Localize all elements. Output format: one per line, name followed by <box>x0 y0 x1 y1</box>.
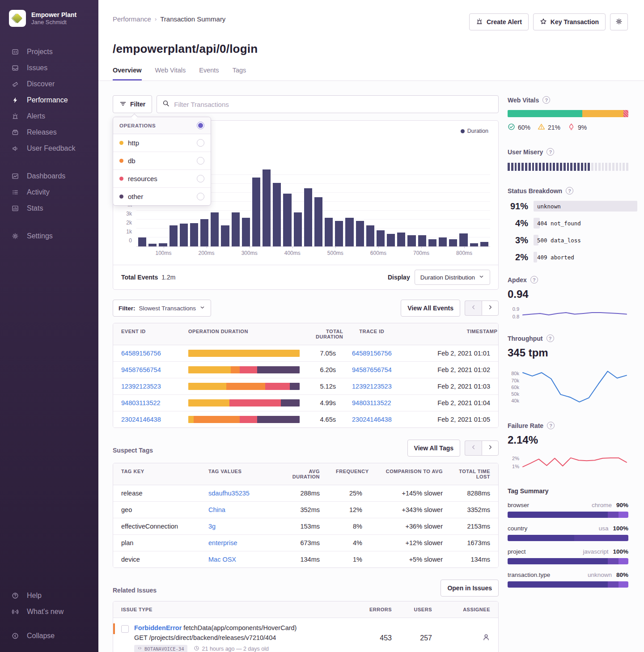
tag-summary-segment[interactable] <box>574 535 629 541</box>
tag-summary-segment[interactable] <box>619 581 628 588</box>
sidebar-item-performance[interactable]: Performance <box>0 92 98 108</box>
histogram-bar[interactable] <box>397 233 405 246</box>
operation-option-http[interactable]: http <box>113 134 211 152</box>
operation-radio[interactable] <box>197 157 204 165</box>
search-input[interactable] <box>174 101 493 108</box>
breadcrumb-performance[interactable]: Performance <box>113 15 151 23</box>
tag-value-link[interactable]: Mac OSX <box>208 556 236 563</box>
tag-summary-segment[interactable] <box>508 512 608 518</box>
event-id-link[interactable]: 94587656754 <box>121 366 161 373</box>
sidebar-item-collapse[interactable]: Collapse <box>0 628 98 644</box>
histogram-bar[interactable] <box>335 221 343 246</box>
histogram-bar[interactable] <box>439 237 447 246</box>
histogram-bar[interactable] <box>232 212 240 246</box>
histogram-bar[interactable] <box>366 225 374 246</box>
histogram-bar[interactable] <box>428 239 436 246</box>
histogram-bar[interactable] <box>356 221 364 246</box>
previous-page-button[interactable] <box>465 440 482 456</box>
tag-summary-segment[interactable] <box>508 535 574 541</box>
trace-id-link[interactable]: 64589156756 <box>352 350 392 357</box>
sidebar-item-what-s-new[interactable]: What's new <box>0 604 98 620</box>
assignee-user-icon[interactable] <box>482 633 490 643</box>
event-id-link[interactable]: 64589156756 <box>121 350 161 357</box>
histogram-bar[interactable] <box>449 239 457 246</box>
histogram-bar[interactable] <box>314 197 322 246</box>
histogram-bar[interactable] <box>190 223 198 246</box>
create-alert-button[interactable]: Create Alert <box>469 13 529 30</box>
tag-value-link[interactable]: 3g <box>208 523 216 530</box>
sidebar-item-help[interactable]: Help <box>0 588 98 604</box>
issue-error-type-link[interactable]: ForbiddenError <box>134 624 182 631</box>
operations-dropdown-header[interactable]: OPERATIONS <box>113 117 211 134</box>
operation-option-other[interactable]: other <box>113 188 211 205</box>
histogram-bar[interactable] <box>273 183 281 246</box>
tag-summary-segment[interactable] <box>619 512 628 518</box>
histogram-bar[interactable] <box>387 234 395 246</box>
operation-radio[interactable] <box>197 139 204 147</box>
filter-button[interactable]: Filter <box>113 95 152 113</box>
histogram-bar[interactable] <box>377 230 385 246</box>
trace-id-link[interactable]: 23024146438 <box>352 416 392 423</box>
histogram-bar[interactable] <box>211 212 219 246</box>
tag-summary-segment[interactable] <box>608 558 619 564</box>
trace-id-link[interactable]: 94803113522 <box>352 399 391 406</box>
histogram-bar[interactable] <box>480 242 488 246</box>
histogram-bar[interactable] <box>459 233 467 246</box>
tab-overview[interactable]: Overview <box>113 67 142 80</box>
chart-legend[interactable]: Duration <box>461 128 488 134</box>
next-page-button[interactable] <box>482 440 499 456</box>
histogram-bar[interactable] <box>138 237 146 246</box>
operation-option-db[interactable]: db <box>113 152 211 170</box>
histogram-bar[interactable] <box>325 218 333 246</box>
histogram-bar[interactable] <box>242 218 250 246</box>
tag-value-link[interactable]: China <box>208 506 225 513</box>
view-all-events-button[interactable]: View All Events <box>401 300 460 317</box>
sidebar-item-alerts[interactable]: Alerts <box>0 108 98 124</box>
histogram-bar[interactable] <box>418 235 426 246</box>
help-circle-icon[interactable]: ? <box>530 276 538 284</box>
histogram-bar[interactable] <box>252 178 260 246</box>
tag-summary-segment[interactable] <box>619 558 628 564</box>
histogram-bar[interactable] <box>283 194 291 246</box>
next-page-button[interactable] <box>482 301 499 316</box>
histogram-bar[interactable] <box>148 244 157 246</box>
histogram-bar[interactable] <box>200 219 208 246</box>
sidebar-item-activity[interactable]: Activity <box>0 184 98 200</box>
help-circle-icon[interactable]: ? <box>547 148 554 156</box>
sidebar-item-dashboards[interactable]: Dashboards <box>0 168 98 184</box>
histogram-bar[interactable] <box>180 224 188 246</box>
tab-events[interactable]: Events <box>199 67 219 80</box>
tag-value-link[interactable]: enterprise <box>208 539 237 546</box>
histogram-bar[interactable] <box>159 243 167 246</box>
display-select[interactable]: Duration Distribution <box>415 270 490 285</box>
event-id-link[interactable]: 94803113522 <box>121 399 161 406</box>
trace-id-link[interactable]: 12392123523 <box>352 383 392 390</box>
sidebar-item-stats[interactable]: Stats <box>0 200 98 216</box>
tab-web-vitals[interactable]: Web Vitals <box>155 67 186 80</box>
tag-value-link[interactable]: sdaufhu35235 <box>208 490 250 497</box>
operation-radio[interactable] <box>197 175 204 182</box>
tag-summary-segment[interactable] <box>508 558 608 564</box>
operation-radio[interactable] <box>197 193 204 200</box>
issue-checkbox[interactable] <box>121 625 129 633</box>
help-circle-icon[interactable]: ? <box>566 187 573 195</box>
tag-summary-segment[interactable] <box>608 581 619 588</box>
events-filter-select[interactable]: Filter: Slowest Transactions <box>113 300 211 317</box>
tag-summary-segment[interactable] <box>508 581 608 588</box>
tag-summary-segment[interactable] <box>608 512 619 518</box>
histogram-bar[interactable] <box>221 225 229 246</box>
sidebar-item-issues[interactable]: Issues <box>0 60 98 76</box>
operation-option-resources[interactable]: resources <box>113 170 211 188</box>
event-id-link[interactable]: 12392123523 <box>121 383 161 390</box>
help-circle-icon[interactable]: ? <box>547 422 555 429</box>
sidebar-item-releases[interactable]: Releases <box>0 124 98 140</box>
event-id-link[interactable]: 23024146438 <box>121 416 161 423</box>
histogram-bar[interactable] <box>345 218 353 246</box>
trace-id-link[interactable]: 94587656754 <box>352 366 392 373</box>
sidebar-item-settings[interactable]: Settings <box>0 228 98 244</box>
open-in-issues-button[interactable]: Open in Issues <box>441 580 499 597</box>
sidebar-item-projects[interactable]: Projects <box>0 44 98 60</box>
view-all-tags-button[interactable]: View All Tags <box>407 440 460 457</box>
histogram-bar[interactable] <box>263 169 271 246</box>
org-switcher[interactable]: Empower Plant Jane Schmidt <box>0 10 98 27</box>
